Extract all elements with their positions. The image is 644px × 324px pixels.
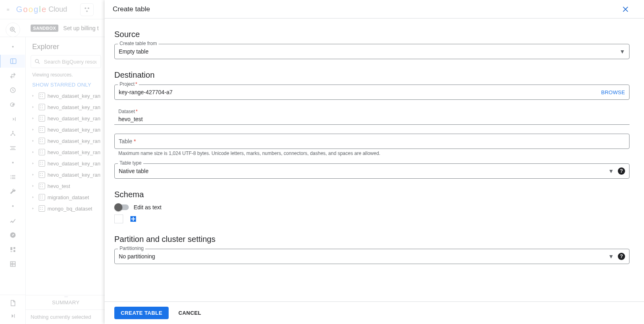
clock-icon[interactable] [2,84,24,97]
show-starred-button[interactable]: SHOW STARRED ONLY [26,78,106,90]
cancel-button[interactable]: CANCEL [178,310,201,316]
viewing-label: Viewing resources. [26,71,106,78]
field-label: Create table from [118,41,159,46]
chart-icon[interactable] [2,214,24,227]
panel-footer: CREATE TABLE CANCEL [105,301,644,324]
expand-rail-icon[interactable] [2,310,24,322]
field-value: Native table [119,168,608,174]
svg-point-0 [85,7,86,9]
edit-as-text-toggle[interactable] [114,203,129,211]
chevron-right-icon [30,94,36,98]
tree-item[interactable]: migration_dataset [26,192,106,203]
help-icon[interactable]: ? [618,167,625,175]
add-field-button[interactable] [130,216,136,222]
bigquery-icon[interactable] [6,23,20,37]
tree-item[interactable]: hevo_dataset_key_ran [26,147,106,158]
chevron-right-icon [30,150,36,154]
svg-rect-4 [10,59,16,64]
field-value: Empty table [119,48,619,55]
wrench-icon[interactable] [2,185,24,198]
rail-dot-2[interactable] [2,156,24,169]
panel-title: Create table [113,5,150,13]
chevron-right-icon [30,184,36,188]
tree-item[interactable]: mongo_bq_dataset [26,203,106,214]
tree-item[interactable]: hevo_dataset_key_ran [26,101,106,113]
document-icon[interactable] [2,297,24,310]
dataset-icon [39,171,45,178]
tree-item[interactable]: hevo_dataset_key_ran [26,124,106,135]
search-input[interactable] [31,55,101,68]
field-label: Dataset* [118,109,138,114]
search-field[interactable] [43,58,97,65]
selection-empty-label: Nothing currently selected [26,310,106,324]
tree-item-label: hevo_test [47,183,70,189]
rail-panel-icon[interactable] [0,55,25,68]
dataset-field[interactable]: Dataset* [114,109,630,125]
svg-point-13 [35,60,39,63]
menu-icon[interactable] [3,5,13,14]
project-field[interactable]: Project* key-range-427704-a7 BROWSE [114,85,630,100]
chevron-right-icon [30,206,36,210]
search-icon [34,58,41,65]
dataset-icon [39,205,45,212]
rail-dot-3[interactable] [2,200,24,213]
field-label: Project* [118,81,139,87]
swap-icon[interactable] [2,69,24,82]
tree-item[interactable]: hevo_test [26,180,106,192]
tree-icon[interactable] [2,127,24,140]
chevron-right-icon [30,105,36,109]
tree-item-label: hevo_dataset_key_ran [47,116,101,122]
partitioning-select[interactable]: Partitioning No partitioning ▼ ? [114,249,630,264]
chevron-right-icon [30,173,36,177]
create-table-panel: Create table Source Create table from Em… [105,0,644,324]
tree-item[interactable]: hevo_dataset_key_ran [26,158,106,169]
target-icon[interactable] [2,98,24,111]
align-icon[interactable] [2,142,24,155]
close-icon[interactable] [619,3,632,16]
rail-dot[interactable] [2,40,24,53]
section-partition: Partition and cluster settings [114,235,630,244]
tree-item-label: migration_dataset [47,194,89,200]
panel-body: Source Create table from Empty table ▼ D… [105,19,644,301]
tree-item[interactable]: hevo_dataset_key_ran [26,90,106,101]
create-table-from-select[interactable]: Create table from Empty table ▼ [114,44,630,59]
dataset-icon [39,138,45,144]
google-cloud-logo[interactable]: Google Cloud [16,5,67,14]
tree-item[interactable]: hevo_dataset_key_ran [26,135,106,147]
table-name-helper: Maximum name size is 1,024 UTF-8 bytes. … [118,151,630,156]
list-icon[interactable] [2,171,24,184]
section-source: Source [114,30,630,39]
tree-item-label: hevo_dataset_key_ran [47,161,101,167]
panel-header: Create table [105,0,644,19]
table-type-select[interactable]: Table type Native table ▼ ? [114,163,630,179]
explorer-panel: Explorer Viewing resources. SHOW STARRED… [26,37,106,324]
chevron-down-icon: ▼ [608,253,614,260]
tree-item-label: hevo_dataset_key_ran [47,138,101,144]
table-icon[interactable] [2,258,24,270]
chevron-down-icon: ▼ [608,168,614,174]
project-selector-button[interactable] [80,3,94,16]
tree-item[interactable]: hevo_dataset_key_ran [26,169,106,180]
help-icon[interactable]: ? [618,253,625,260]
section-schema: Schema [114,190,630,199]
dashboard-icon[interactable] [2,243,24,256]
dataset-icon [39,149,45,155]
dataset-icon [39,115,45,122]
browse-button[interactable]: BROWSE [601,89,625,95]
resource-tree: hevo_dataset_key_ranhevo_dataset_key_ran… [26,90,106,293]
tree-item-label: hevo_dataset_key_ran [47,127,101,133]
tree-item[interactable]: hevo_dataset_key_ran [26,113,106,124]
dataset-icon [39,104,45,110]
summary-tab[interactable]: SUMMARY [26,295,106,310]
tree-item-label: hevo_dataset_key_ran [47,104,101,110]
tree-item-label: hevo_dataset_key_ran [47,149,101,155]
svg-point-9 [10,134,12,136]
create-table-button[interactable]: CREATE TABLE [114,307,169,319]
chevron-right-icon [30,161,36,165]
billing-text: Set up billing t [63,25,99,31]
explore-icon[interactable] [2,229,24,241]
forward-icon[interactable] [2,113,24,126]
table-name-field[interactable]: Table * [114,134,630,149]
dataset-input[interactable] [118,116,625,122]
cloud-word: Cloud [49,5,67,14]
